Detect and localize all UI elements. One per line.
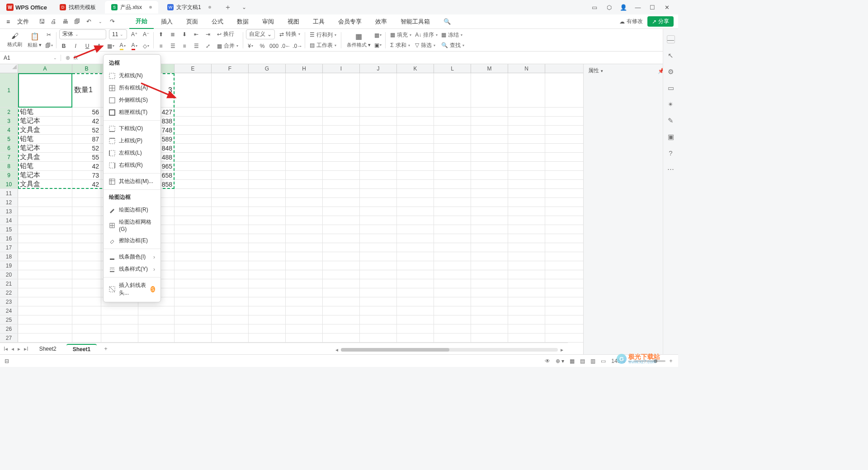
hamburger-icon[interactable]: ≡ [5,18,12,25]
cell[interactable] [397,306,434,315]
cell[interactable] [360,279,397,288]
close-icon[interactable]: ✕ [663,4,671,11]
cell[interactable] [508,117,545,125]
border-menu-item[interactable]: 绘图边框网格(G) [104,216,160,235]
cell[interactable] [397,225,434,234]
minimize-icon[interactable]: — [634,4,642,11]
cell[interactable] [434,207,471,216]
border-menu-item[interactable]: 擦除边框(E) [104,235,160,247]
row-header[interactable]: 20 [0,270,18,279]
cell[interactable] [397,297,434,306]
cell[interactable] [508,324,545,333]
cond-format-group[interactable]: ▦ 条件格式 ▾ [344,29,373,51]
align-left-icon[interactable]: ≡ [156,42,165,51]
border-menu-item[interactable]: 外侧框线(S) [104,94,160,106]
align-top-icon[interactable]: ⬆ [156,30,165,39]
cell[interactable] [323,135,360,143]
cell[interactable] [434,279,471,288]
cell[interactable] [249,198,286,207]
cell[interactable] [471,135,508,143]
cell[interactable] [249,126,286,134]
cell[interactable] [360,243,397,252]
cell[interactable] [249,234,286,243]
cell[interactable] [471,73,508,107]
cell[interactable] [360,117,397,125]
cell[interactable]: 数量1 [72,73,101,107]
view-break-icon[interactable]: ▥ [590,358,595,364]
cell[interactable] [471,297,508,306]
col-header-J[interactable]: J [360,64,397,73]
cell[interactable] [434,117,471,125]
cell[interactable] [323,315,360,324]
menu-review[interactable]: 审阅 [256,14,280,29]
cell[interactable] [175,180,212,188]
cell[interactable] [323,162,360,170]
cell[interactable]: 42 [72,117,101,125]
col-header-L[interactable]: L [434,64,471,73]
cell[interactable] [471,180,508,188]
menu-efficiency[interactable]: 效率 [369,14,393,29]
cell[interactable] [249,270,286,279]
cell[interactable] [323,252,360,261]
cell[interactable] [434,288,471,297]
cell[interactable] [471,315,508,324]
cell[interactable] [286,162,323,170]
nav-first-icon[interactable]: I◂ [3,346,9,352]
col-header-B[interactable]: B [72,64,101,73]
cell[interactable] [323,225,360,234]
cell[interactable]: 42 [72,180,101,188]
underline-button[interactable]: U [83,42,92,51]
col-header-F[interactable]: F [212,64,249,73]
cell[interactable] [323,279,360,288]
font-color-button[interactable]: A▾ [130,42,139,51]
cell[interactable] [508,216,545,225]
cell[interactable] [397,315,434,324]
cell-styles-icon[interactable]: ▦▾ [373,31,382,40]
cell[interactable] [471,270,508,279]
number-format-select[interactable]: 自定义⌄ [246,29,275,39]
fx-icon[interactable]: fx [74,55,78,61]
cell[interactable]: 87 [72,135,101,143]
nav-next-icon[interactable]: ▸ [17,346,21,352]
collapse-icon[interactable]: — [667,35,675,43]
cell[interactable] [471,207,508,216]
cell[interactable] [434,171,471,179]
cell[interactable]: 52 [72,126,101,134]
cell[interactable] [18,198,72,207]
cell[interactable] [18,225,72,234]
cell[interactable] [323,171,360,179]
cell[interactable] [175,306,212,315]
cell[interactable] [397,135,434,143]
row-header[interactable]: 9 [0,171,18,179]
cell[interactable] [138,334,175,342]
cell[interactable] [138,324,175,333]
cell[interactable] [397,270,434,279]
cell[interactable] [360,73,397,107]
cell[interactable] [471,324,508,333]
border-menu-item[interactable]: 上框线(P) [104,135,160,147]
menu-smart-toolbox[interactable]: 智能工具箱 [394,14,436,29]
cell[interactable] [212,108,249,116]
row-header[interactable]: 19 [0,261,18,270]
help-icon[interactable]: ? [669,149,672,157]
merge-cells-button[interactable]: ▦ 合并▾ [215,41,240,51]
font-size-select[interactable]: 11⌄ [109,29,127,39]
cell[interactable] [249,334,286,342]
cell[interactable] [249,243,286,252]
cell[interactable] [18,306,72,315]
cell[interactable] [212,243,249,252]
cell[interactable]: 56 [72,108,101,116]
cell[interactable] [249,171,286,179]
row-header[interactable]: 4 [0,126,18,134]
cell[interactable]: 笔记本 [18,117,72,125]
cell[interactable] [138,315,175,324]
cell[interactable] [212,180,249,188]
cell[interactable] [323,261,360,270]
cell[interactable] [18,216,72,225]
cell[interactable] [323,306,360,315]
cell[interactable] [508,73,545,107]
row-header[interactable]: 15 [0,225,18,234]
cell[interactable] [471,144,508,152]
cell[interactable] [508,252,545,261]
cell[interactable] [323,270,360,279]
